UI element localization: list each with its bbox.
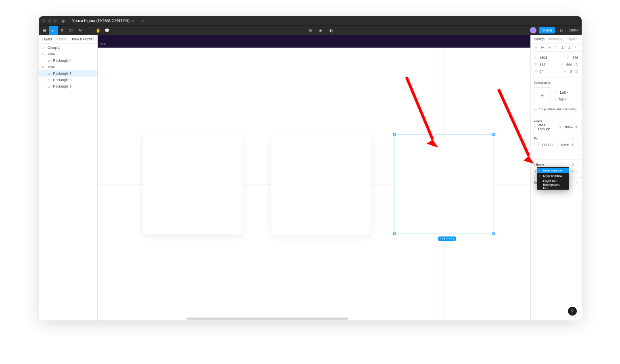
remove-effect-icon[interactable]: −: [576, 169, 578, 174]
y-label: Y: [567, 56, 571, 59]
resize-handle-se[interactable]: [492, 232, 495, 235]
pen-tool[interactable]: ✎▾: [76, 26, 85, 35]
menu-button[interactable]: ☰: [40, 26, 49, 35]
titlebar: ◉ Уроки Figma (FIGMA.CENTER) × +: [39, 16, 582, 25]
dropdown-item[interactable]: ✓Drop shadow: [537, 173, 569, 178]
layer-item[interactable]: #Тень: [39, 64, 97, 70]
dropdown-item-label: Drop shadow: [543, 174, 562, 178]
layer-item[interactable]: □Group 1: [39, 44, 97, 51]
shape-tool[interactable]: □▾: [67, 26, 76, 35]
fill-hex-input[interactable]: FFFFFF: [542, 143, 555, 147]
chevron-down-icon: ▾: [578, 29, 580, 32]
left-panel: Layers Assets Тень в Figma ▾ □Group 1#Те…: [39, 35, 98, 320]
canvas-rect-1[interactable]: [143, 134, 243, 234]
tab-inspect[interactable]: Inspect: [566, 37, 576, 41]
style-icon[interactable]: ⠿: [572, 163, 574, 167]
style-icon[interactable]: ⠿: [572, 136, 574, 140]
x-input[interactable]: 1303: [540, 56, 547, 60]
reset-icon[interactable]: ◈: [316, 26, 325, 35]
w-input[interactable]: 444: [540, 63, 545, 67]
move-tool[interactable]: ▸▾: [49, 26, 58, 35]
share-button[interactable]: Share: [539, 27, 555, 33]
comment-tool[interactable]: 💬: [103, 26, 111, 35]
component-icon[interactable]: ⊞: [306, 26, 314, 35]
align-left-icon[interactable]: ⊦: [534, 45, 539, 50]
add-effect-icon[interactable]: +: [576, 163, 578, 167]
visibility-icon[interactable]: 👁: [575, 125, 578, 129]
blend-mode-select[interactable]: Pass Through: [538, 123, 559, 131]
layer-item[interactable]: ▭Rectangle 5: [39, 83, 97, 90]
tab-design[interactable]: Design: [534, 37, 545, 41]
align-right-icon[interactable]: ⊣: [547, 45, 552, 50]
constraint-v-select[interactable]: Top: [558, 97, 564, 101]
effects-title: Effects: [534, 163, 545, 167]
constraint-h-icon: ↔: [555, 90, 559, 94]
tab-prototype[interactable]: Prototype: [548, 37, 562, 41]
minimize-icon[interactable]: [48, 19, 51, 23]
align-bottom-icon[interactable]: ⊥: [567, 45, 572, 50]
layer-item[interactable]: ▭Rectangle 7: [39, 70, 97, 77]
window-controls[interactable]: [42, 19, 57, 23]
rotation-input[interactable]: 0°: [540, 69, 543, 73]
radius-input[interactable]: 0: [570, 69, 572, 73]
page-selector[interactable]: Тень в Figma ▾: [71, 37, 94, 41]
frame-tool[interactable]: #▾: [58, 26, 67, 35]
user-avatar[interactable]: [530, 27, 536, 33]
fill-visibility-icon[interactable]: 👁: [571, 143, 574, 147]
link-dimensions-icon[interactable]: ⇅: [575, 63, 578, 67]
constraint-widget[interactable]: [534, 87, 551, 104]
effects-dropdown[interactable]: Inner shadow✓Drop shadowLayer blurBackgr…: [537, 167, 569, 190]
horizontal-scrollbar[interactable]: [186, 318, 348, 320]
figma-logo-icon[interactable]: ◉: [61, 19, 66, 23]
distribute-icon[interactable]: ⋮: [573, 45, 578, 50]
add-tab-button[interactable]: +: [141, 18, 144, 24]
dropdown-item[interactable]: Background blur: [537, 184, 569, 189]
layer-type-icon: ▭: [48, 85, 52, 88]
tab-assets[interactable]: Assets: [56, 37, 67, 41]
canvas[interactable]: Тень 444 × 444: [98, 35, 530, 320]
file-tab[interactable]: Уроки Figma (FIGMA.CENTER) ×: [69, 16, 138, 25]
add-fill-icon[interactable]: +: [576, 136, 578, 140]
fill-swatch[interactable]: [534, 142, 539, 147]
y-input[interactable]: 376: [572, 56, 578, 60]
align-hcenter-icon[interactable]: ⊢: [540, 45, 545, 50]
align-top-icon[interactable]: ⊤: [553, 45, 558, 50]
resize-handle-sw[interactable]: [393, 232, 396, 235]
tab-close-icon[interactable]: ×: [132, 19, 134, 23]
constraints-section: Constraints ↔Left▾ ↕Top▾ ☐Fix position w…: [531, 77, 582, 115]
fill-section: Fill ⠿+ FFFFFF 100% 👁 −: [531, 133, 582, 151]
selected-rect[interactable]: [394, 134, 494, 234]
independent-corners-icon[interactable]: ⊡: [575, 69, 578, 73]
layer-name: Тень: [48, 52, 55, 56]
effect-visibility-icon[interactable]: 👁: [571, 169, 574, 174]
dropdown-item[interactable]: Inner shadow: [537, 168, 569, 173]
maximize-icon[interactable]: [53, 19, 57, 23]
constraint-h-select[interactable]: Left: [560, 90, 566, 94]
layer-item[interactable]: #Тень: [39, 51, 97, 57]
close-icon[interactable]: [42, 19, 46, 23]
present-button[interactable]: ▷: [557, 26, 566, 35]
text-tool[interactable]: T: [85, 26, 94, 35]
remove-fill-icon[interactable]: −: [576, 143, 578, 147]
layer-item[interactable]: ▭Rectangle 4: [39, 57, 97, 64]
h-input[interactable]: 444: [566, 63, 572, 67]
canvas-rect-2[interactable]: [271, 134, 371, 234]
add-export-icon[interactable]: +: [576, 181, 578, 185]
zoom-control[interactable]: 100%▾: [569, 28, 580, 32]
app-window: ◉ Уроки Figma (FIGMA.CENTER) × + ☰ ▸▾ #▾…: [39, 16, 582, 320]
layer-opacity-input[interactable]: 100%: [564, 125, 573, 129]
checkbox-icon[interactable]: ☐: [534, 107, 537, 111]
mask-icon[interactable]: ◐: [327, 26, 335, 35]
help-button[interactable]: ?: [568, 307, 577, 316]
fill-opacity-input[interactable]: 100%: [560, 143, 569, 147]
add-stroke-icon[interactable]: +: [576, 154, 578, 158]
hand-tool[interactable]: ✋: [94, 26, 103, 35]
tab-layers[interactable]: Layers: [42, 37, 52, 41]
resize-handle-ne[interactable]: [492, 133, 495, 136]
layer-item[interactable]: ▭Rectangle 6: [39, 77, 97, 83]
chevron-down-icon: ▾: [62, 29, 64, 32]
align-vcenter-icon[interactable]: ⊥: [560, 45, 565, 50]
resize-handle-nw[interactable]: [393, 133, 396, 136]
left-panel-tabs: Layers Assets Тень в Figma ▾: [39, 35, 97, 44]
layer-type-icon: □: [42, 46, 46, 50]
